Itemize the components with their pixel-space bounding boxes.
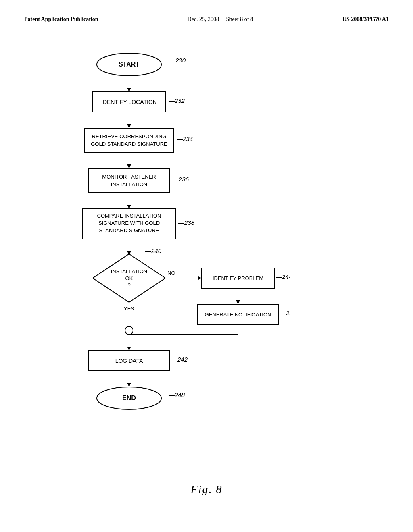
- svg-text:—236: —236: [172, 176, 189, 183]
- svg-text:LOG  DATA: LOG DATA: [115, 357, 143, 364]
- flowchart-svg: START —230 IDENTIFY LOCATION —232 RETRIE…: [40, 44, 290, 427]
- svg-marker-9: [127, 124, 131, 128]
- svg-text:OK: OK: [125, 275, 133, 281]
- svg-text:—242: —242: [171, 356, 188, 363]
- svg-text:INSTALLATION: INSTALLATION: [111, 181, 148, 187]
- figure-caption: Fig. 8: [191, 483, 223, 496]
- svg-text:—246: —246: [280, 310, 290, 316]
- svg-text:—240: —240: [145, 247, 162, 254]
- svg-marker-39: [198, 276, 202, 280]
- svg-rect-16: [89, 168, 169, 193]
- svg-text:RETRIEVE  CORRESPONDING: RETRIEVE CORRESPONDING: [92, 133, 167, 139]
- svg-text:INSTALLATION: INSTALLATION: [111, 268, 148, 274]
- svg-text:SIGNATURE  WITH  GOLD: SIGNATURE WITH GOLD: [98, 220, 160, 226]
- svg-marker-15: [127, 164, 131, 168]
- svg-text:END: END: [122, 395, 136, 401]
- svg-text:—234: —234: [176, 135, 193, 142]
- header-date: Dec. 25, 2008: [188, 16, 219, 22]
- svg-text:—248: —248: [168, 391, 185, 398]
- svg-text:COMPARE  INSTALLATION: COMPARE INSTALLATION: [97, 213, 161, 219]
- svg-text:?: ?: [127, 282, 130, 288]
- svg-marker-44: [236, 300, 240, 304]
- page-header: Patent Application Publication Dec. 25, …: [24, 16, 389, 26]
- svg-marker-4: [127, 88, 131, 92]
- svg-point-51: [125, 326, 133, 335]
- svg-marker-58: [127, 383, 131, 387]
- svg-text:MONITOR  FASTENER: MONITOR FASTENER: [102, 174, 156, 180]
- svg-marker-21: [127, 205, 131, 209]
- svg-rect-10: [85, 128, 173, 152]
- header-date-sheet: Dec. 25, 2008 Sheet 8 of 8: [188, 16, 253, 23]
- svg-text:—230: —230: [169, 57, 186, 64]
- flowchart-container: START —230 IDENTIFY LOCATION —232 RETRIE…: [40, 44, 290, 429]
- header-patent-number: US 2008/319570 A1: [342, 16, 389, 23]
- header-publisher: Patent Application Publication: [24, 16, 98, 23]
- svg-marker-53: [127, 347, 131, 351]
- svg-text:—238: —238: [178, 219, 195, 226]
- svg-text:NO: NO: [167, 270, 175, 276]
- svg-text:IDENTIFY  LOCATION: IDENTIFY LOCATION: [101, 99, 157, 105]
- svg-text:GOLD  STANDARD  SIGNATURE: GOLD STANDARD SIGNATURE: [91, 141, 167, 147]
- svg-text:STANDARD  SIGNATURE: STANDARD SIGNATURE: [99, 227, 159, 233]
- svg-text:GENERATE  NOTIFICATION: GENERATE NOTIFICATION: [205, 312, 271, 318]
- svg-text:START: START: [119, 61, 140, 68]
- svg-text:IDENTIFY  PROBLEM: IDENTIFY PROBLEM: [213, 275, 263, 281]
- svg-text:—232: —232: [168, 97, 185, 104]
- header-sheet: Sheet 8 of 8: [226, 16, 253, 22]
- svg-text:—244: —244: [275, 273, 290, 280]
- page: Patent Application Publication Dec. 25, …: [0, 0, 413, 532]
